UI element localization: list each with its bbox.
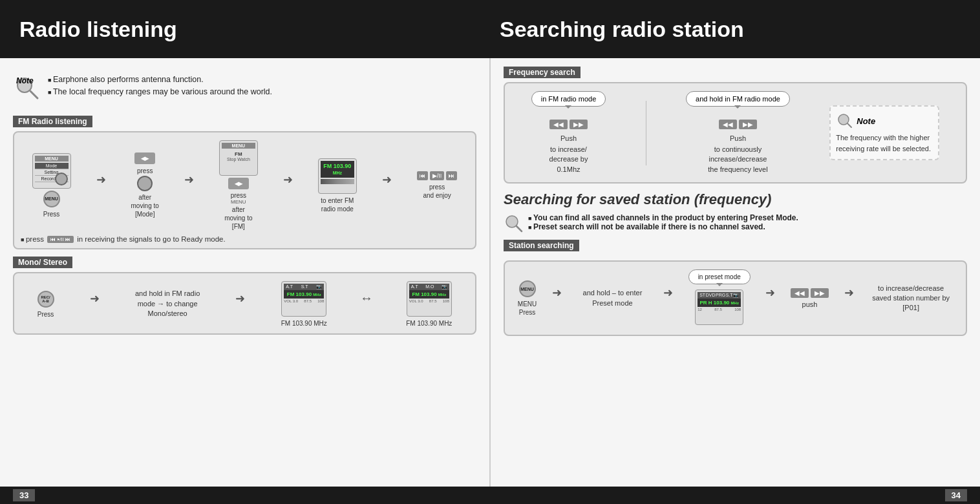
arrow-2: ➜ bbox=[184, 173, 194, 187]
step-fm-mode: FM 103.90 MHz to enter FM radio mode bbox=[318, 158, 357, 213]
step-enjoy: ⏮ ▶/II ⏭ press and enjoy bbox=[417, 171, 458, 199]
mono-steps: REC/A-B Press ➜ and hold in FM radiomode… bbox=[21, 281, 469, 327]
mono-section-label: Mono/ Stereo bbox=[13, 257, 72, 268]
station-step-3: in preset mode STDVDPRGS.T📷 PR H 103.90 … bbox=[688, 269, 751, 327]
fm-moving-label: moving to bbox=[224, 215, 252, 222]
device-fm-screen: MENU FM Stop Watch bbox=[219, 140, 258, 176]
rec-btn: REC/A-B bbox=[37, 291, 54, 308]
header-right: Searching radio station bbox=[480, 17, 961, 42]
freq-divider bbox=[646, 101, 646, 165]
freq-desc-2: to continuously increase/decrease the fr… bbox=[708, 145, 767, 174]
nav-btn-mode: ◀▶ bbox=[134, 152, 155, 164]
step-mono-desc: and hold in FM radiomode → to changeMono… bbox=[135, 289, 200, 319]
station-arrow-1: ➜ bbox=[552, 286, 562, 300]
station-search-box: MENU MENU Press ➜ and hold – to enter Pr… bbox=[504, 260, 967, 336]
freq-push-2: Push bbox=[730, 134, 746, 142]
play-btns: ⏮ ▶/II ⏭ bbox=[417, 171, 458, 180]
page-numbers: 33 34 bbox=[0, 487, 980, 504]
saved-note-text: You can find all saved channels in the p… bbox=[528, 213, 798, 231]
freq-push-1: Push bbox=[560, 134, 577, 142]
step-mode: ◀▶ press after moving to [Mode] bbox=[131, 152, 159, 218]
step-rec: REC/A-B Press bbox=[37, 291, 54, 318]
freq-nav-btns-2: ◀◀ ▶▶ bbox=[719, 120, 757, 129]
freq-row: in FM radio mode ◀◀ ▶▶ Push to increase/… bbox=[511, 91, 959, 174]
arrow-1: ➜ bbox=[96, 173, 106, 187]
fm-menu-label: MENU bbox=[231, 199, 246, 205]
fm-press-label: press bbox=[231, 192, 246, 199]
mono-box: REC/A-B Press ➜ and hold in FM radiomode… bbox=[13, 272, 476, 335]
page-right: 34 bbox=[945, 489, 967, 501]
freq-note-icon bbox=[836, 112, 854, 130]
fm-mode-label2: radio mode bbox=[321, 205, 354, 213]
freq-note-title: Note bbox=[857, 116, 875, 126]
station-step-2: and hold – to enter Preset mode bbox=[577, 288, 648, 308]
mono-desc-text: and hold in FM radiomode → to changeMono… bbox=[135, 289, 200, 319]
station-desc-label: to increase/decrease saved station numbe… bbox=[869, 284, 953, 313]
fm-box: MENU Mode Setting Recording MENU Press ➜ bbox=[13, 131, 476, 249]
station-section-label: Station searching bbox=[504, 240, 579, 251]
step-st-device: A.TS.T📷 FM 103.90 MHz VOL 3.087.5108 FM … bbox=[281, 281, 327, 327]
step-mo-device: A.TM.O📷 FM 103.90 MHz VOL 3.087.5108 FM … bbox=[406, 281, 452, 327]
station-steps: MENU MENU Press ➜ and hold – to enter Pr… bbox=[511, 269, 959, 327]
mono-section-label-wrapper: Mono/ Stereo bbox=[13, 256, 476, 272]
step-menu-press: MENU Mode Setting Recording MENU Press bbox=[32, 153, 71, 218]
enjoy-label: press bbox=[429, 184, 445, 191]
mo-freq-label: FM 103.90 MHz bbox=[406, 320, 452, 327]
device-circle-btn bbox=[55, 173, 68, 185]
st-freq-label: FM 103.90 MHz bbox=[281, 320, 327, 327]
station-hold-label: and hold – to enter Preset mode bbox=[577, 288, 648, 308]
fm-after-label: after bbox=[232, 206, 245, 213]
station-step-1: MENU MENU Press bbox=[518, 280, 537, 316]
station-step-5: to increase/decrease saved station numbe… bbox=[869, 284, 953, 313]
arrow-4: ➜ bbox=[382, 173, 392, 187]
station-step-4: ◀◀ ▶▶ push bbox=[791, 288, 829, 308]
freq-section-label: Frequency search bbox=[504, 67, 581, 78]
page-left: 33 bbox=[13, 489, 35, 501]
menu-btn-circle: MENU bbox=[43, 191, 60, 207]
station-arrow-2: ➜ bbox=[663, 286, 673, 300]
freq-section-label-wrapper: Frequency search bbox=[504, 66, 967, 82]
rec-press-label: Press bbox=[37, 311, 54, 318]
header: Radio listening Searching radio station bbox=[0, 0, 980, 58]
freq-note-header: Note bbox=[836, 112, 933, 130]
station-arrow-4: ➜ bbox=[844, 286, 854, 300]
freq-col2: and hold in FM radio mode ◀◀ ▶▶ Push to … bbox=[686, 91, 790, 174]
left-note-box: Note Earphone also performs antenna func… bbox=[13, 70, 476, 106]
device-st: A.TS.T📷 FM 103.90 MHz VOL 3.087.5108 bbox=[281, 281, 326, 317]
mode-after-label: after bbox=[138, 194, 151, 201]
left-title: Radio listening bbox=[19, 17, 480, 42]
fm-mode-label: to enter FM bbox=[321, 197, 354, 204]
main-content: Note Earphone also performs antenna func… bbox=[0, 58, 980, 487]
right-title: Searching radio station bbox=[500, 17, 961, 42]
station-menu-btn: MENU bbox=[519, 280, 536, 297]
step-fm: MENU FM Stop Watch ◀▶ press MENU after m… bbox=[219, 140, 258, 230]
fm-section-label-wrapper: FM Radio listening bbox=[13, 115, 476, 131]
station-section-label-wrapper: Station searching bbox=[504, 239, 967, 255]
station-nav-btns: ◀◀ ▶▶ bbox=[791, 288, 829, 298]
svg-line-3 bbox=[847, 123, 851, 127]
fm-steps: MENU Mode Setting Recording MENU Press ➜ bbox=[21, 140, 469, 230]
header-left: Radio listening bbox=[19, 17, 480, 42]
nav-btn-fm: ◀▶ bbox=[228, 178, 249, 189]
freq-bubble-2: and hold in FM radio mode bbox=[686, 91, 790, 107]
svg-line-5 bbox=[517, 226, 522, 231]
press-hint: press ⏮ ▶/II ⏭ in receiving the signals … bbox=[21, 235, 469, 243]
searching-saved-title: Searching for saved station (frequency) bbox=[504, 191, 967, 208]
note-icon: Note bbox=[13, 74, 41, 102]
mode-circle bbox=[137, 176, 153, 191]
note-bullet-1: Earphone also performs antenna function. bbox=[48, 74, 272, 86]
freq-nav-btns-1: ◀◀ ▶▶ bbox=[549, 120, 588, 129]
saved-note-box: You can find all saved channels in the p… bbox=[504, 213, 967, 234]
station-push-label: push bbox=[802, 300, 818, 308]
double-arrow: ↔ bbox=[360, 291, 373, 306]
device-preset: STDVDPRGS.T📷 PR H 103.90 MHz 1287.5108 bbox=[695, 289, 743, 325]
enjoy-label2: and enjoy bbox=[423, 192, 451, 199]
note-bullet-2: The local frequency ranges may be variou… bbox=[48, 86, 272, 98]
menu-press-label: Press bbox=[43, 211, 60, 218]
frequency-search-box: in FM radio mode ◀◀ ▶▶ Push to increase/… bbox=[504, 82, 967, 184]
saved-note-bullet-2: Preset search will not be available if t… bbox=[528, 222, 798, 231]
saved-note-icon bbox=[504, 213, 524, 234]
device-mo: A.TM.O📷 FM 103.90 MHz VOL 3.087.5108 bbox=[407, 281, 452, 317]
left-panel: Note Earphone also performs antenna func… bbox=[0, 58, 491, 487]
svg-line-1 bbox=[30, 91, 37, 98]
